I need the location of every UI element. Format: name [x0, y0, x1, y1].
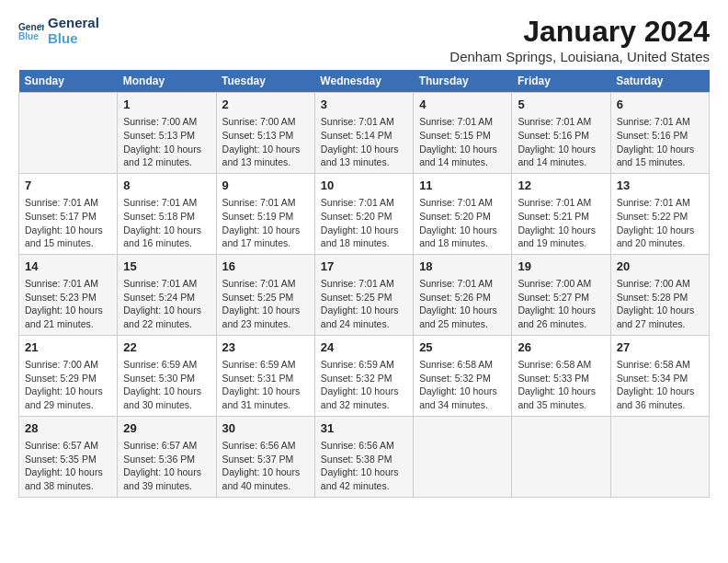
calendar-cell: 18Sunrise: 7:01 AMSunset: 5:26 PMDayligh…: [414, 254, 512, 335]
day-number: 21: [25, 339, 111, 356]
calendar-cell: 9Sunrise: 7:01 AMSunset: 5:19 PMDaylight…: [216, 173, 314, 254]
calendar-cell: 1Sunrise: 7:00 AMSunset: 5:13 PMDaylight…: [118, 93, 216, 174]
col-header-monday: Monday: [118, 70, 216, 93]
calendar-cell: 4Sunrise: 7:01 AMSunset: 5:15 PMDaylight…: [414, 93, 512, 174]
calendar-cell: 17Sunrise: 7:01 AMSunset: 5:25 PMDayligh…: [314, 254, 413, 335]
calendar-cell: 30Sunrise: 6:56 AMSunset: 5:37 PMDayligh…: [216, 416, 314, 497]
calendar-cell: [19, 93, 118, 174]
day-number: 16: [222, 259, 309, 275]
calendar-cell: 22Sunrise: 6:59 AMSunset: 5:30 PMDayligh…: [118, 335, 216, 416]
day-info: Sunrise: 7:00 AMSunset: 5:13 PMDaylight:…: [123, 115, 210, 169]
calendar-cell: 24Sunrise: 6:59 AMSunset: 5:32 PMDayligh…: [314, 335, 413, 416]
day-number: 28: [25, 420, 111, 437]
day-info: Sunrise: 7:01 AMSunset: 5:17 PMDaylight:…: [25, 196, 111, 250]
day-number: 25: [419, 339, 506, 356]
col-header-sunday: Sunday: [19, 70, 118, 93]
day-number: 20: [617, 259, 703, 275]
day-info: Sunrise: 6:58 AMSunset: 5:32 PMDaylight:…: [419, 358, 506, 412]
week-row-4: 21Sunrise: 7:00 AMSunset: 5:29 PMDayligh…: [19, 335, 710, 416]
calendar-cell: 12Sunrise: 7:01 AMSunset: 5:21 PMDayligh…: [512, 173, 610, 254]
day-info: Sunrise: 6:59 AMSunset: 5:32 PMDaylight:…: [321, 358, 407, 412]
day-info: Sunrise: 7:00 AMSunset: 5:28 PMDaylight:…: [617, 277, 703, 331]
day-number: 24: [321, 339, 407, 356]
day-number: 18: [419, 259, 506, 275]
day-number: 7: [25, 178, 111, 194]
day-number: 8: [123, 178, 210, 194]
calendar-cell: 7Sunrise: 7:01 AMSunset: 5:17 PMDaylight…: [19, 173, 118, 254]
calendar-cell: 10Sunrise: 7:01 AMSunset: 5:20 PMDayligh…: [314, 173, 413, 254]
calendar-cell: 26Sunrise: 6:58 AMSunset: 5:33 PMDayligh…: [512, 335, 610, 416]
day-info: Sunrise: 6:57 AMSunset: 5:35 PMDaylight:…: [25, 439, 111, 493]
day-info: Sunrise: 7:01 AMSunset: 5:20 PMDaylight:…: [321, 196, 407, 250]
calendar-cell: [512, 416, 610, 497]
day-info: Sunrise: 7:01 AMSunset: 5:16 PMDaylight:…: [617, 115, 703, 169]
calendar-cell: 21Sunrise: 7:00 AMSunset: 5:29 PMDayligh…: [19, 335, 118, 416]
calendar-cell: 13Sunrise: 7:01 AMSunset: 5:22 PMDayligh…: [610, 173, 709, 254]
day-info: Sunrise: 7:00 AMSunset: 5:29 PMDaylight:…: [25, 358, 111, 412]
calendar-cell: [610, 416, 709, 497]
day-info: Sunrise: 7:01 AMSunset: 5:24 PMDaylight:…: [123, 277, 210, 331]
day-info: Sunrise: 7:01 AMSunset: 5:16 PMDaylight:…: [518, 115, 604, 169]
day-number: 17: [321, 259, 407, 275]
page-header: General Blue General Blue January 2024 D…: [18, 15, 710, 64]
day-info: Sunrise: 7:01 AMSunset: 5:18 PMDaylight:…: [123, 196, 210, 250]
day-number: 14: [25, 259, 111, 275]
day-info: Sunrise: 7:00 AMSunset: 5:27 PMDaylight:…: [518, 277, 604, 331]
logo: General Blue General Blue: [18, 15, 99, 47]
col-header-saturday: Saturday: [610, 70, 709, 93]
day-info: Sunrise: 6:58 AMSunset: 5:34 PMDaylight:…: [617, 358, 703, 412]
day-info: Sunrise: 6:57 AMSunset: 5:36 PMDaylight:…: [123, 439, 210, 493]
day-number: 10: [321, 178, 407, 194]
day-number: 9: [222, 178, 309, 194]
day-number: 22: [123, 339, 210, 356]
calendar-cell: 20Sunrise: 7:00 AMSunset: 5:28 PMDayligh…: [610, 254, 709, 335]
day-info: Sunrise: 6:59 AMSunset: 5:31 PMDaylight:…: [222, 358, 309, 412]
calendar-cell: [414, 416, 512, 497]
week-row-3: 14Sunrise: 7:01 AMSunset: 5:23 PMDayligh…: [19, 254, 710, 335]
day-number: 5: [518, 97, 604, 113]
day-number: 31: [321, 420, 407, 437]
day-info: Sunrise: 7:01 AMSunset: 5:25 PMDaylight:…: [222, 277, 309, 331]
week-row-1: 1Sunrise: 7:00 AMSunset: 5:13 PMDaylight…: [19, 93, 710, 174]
day-number: 11: [419, 178, 506, 194]
day-number: 12: [518, 178, 604, 194]
calendar-cell: 29Sunrise: 6:57 AMSunset: 5:36 PMDayligh…: [118, 416, 216, 497]
calendar-cell: 15Sunrise: 7:01 AMSunset: 5:24 PMDayligh…: [118, 254, 216, 335]
day-number: 26: [518, 339, 604, 356]
day-number: 27: [617, 339, 703, 356]
day-number: 23: [222, 339, 309, 356]
week-row-2: 7Sunrise: 7:01 AMSunset: 5:17 PMDaylight…: [19, 173, 710, 254]
day-info: Sunrise: 7:01 AMSunset: 5:22 PMDaylight:…: [617, 196, 703, 250]
calendar-cell: 5Sunrise: 7:01 AMSunset: 5:16 PMDaylight…: [512, 93, 610, 174]
day-number: 4: [419, 97, 506, 113]
header-row: SundayMondayTuesdayWednesdayThursdayFrid…: [19, 70, 710, 93]
logo-icon: General Blue: [18, 17, 44, 43]
svg-text:Blue: Blue: [18, 31, 39, 41]
calendar-cell: 14Sunrise: 7:01 AMSunset: 5:23 PMDayligh…: [19, 254, 118, 335]
day-info: Sunrise: 7:00 AMSunset: 5:13 PMDaylight:…: [222, 115, 309, 169]
day-info: Sunrise: 7:01 AMSunset: 5:19 PMDaylight:…: [222, 196, 309, 250]
calendar-cell: 11Sunrise: 7:01 AMSunset: 5:20 PMDayligh…: [414, 173, 512, 254]
day-number: 19: [518, 259, 604, 275]
calendar-cell: 27Sunrise: 6:58 AMSunset: 5:34 PMDayligh…: [610, 335, 709, 416]
logo-text-blue: Blue: [48, 30, 99, 46]
day-info: Sunrise: 7:01 AMSunset: 5:21 PMDaylight:…: [518, 196, 604, 250]
calendar-cell: 2Sunrise: 7:00 AMSunset: 5:13 PMDaylight…: [216, 93, 314, 174]
week-row-5: 28Sunrise: 6:57 AMSunset: 5:35 PMDayligh…: [19, 416, 710, 497]
day-info: Sunrise: 7:01 AMSunset: 5:14 PMDaylight:…: [321, 115, 407, 169]
calendar-cell: 28Sunrise: 6:57 AMSunset: 5:35 PMDayligh…: [19, 416, 118, 497]
col-header-wednesday: Wednesday: [314, 70, 413, 93]
day-info: Sunrise: 7:01 AMSunset: 5:26 PMDaylight:…: [419, 277, 506, 331]
day-number: 1: [123, 97, 210, 113]
calendar-table: SundayMondayTuesdayWednesdayThursdayFrid…: [18, 70, 710, 498]
month-title: January 2024: [449, 15, 710, 49]
day-info: Sunrise: 6:58 AMSunset: 5:33 PMDaylight:…: [518, 358, 604, 412]
calendar-cell: 16Sunrise: 7:01 AMSunset: 5:25 PMDayligh…: [216, 254, 314, 335]
day-number: 30: [222, 420, 309, 437]
calendar-cell: 19Sunrise: 7:00 AMSunset: 5:27 PMDayligh…: [512, 254, 610, 335]
calendar-cell: 25Sunrise: 6:58 AMSunset: 5:32 PMDayligh…: [414, 335, 512, 416]
day-number: 3: [321, 97, 407, 113]
title-block: January 2024 Denham Springs, Louisiana, …: [449, 15, 710, 64]
day-info: Sunrise: 6:56 AMSunset: 5:37 PMDaylight:…: [222, 439, 309, 493]
day-number: 29: [123, 420, 210, 437]
